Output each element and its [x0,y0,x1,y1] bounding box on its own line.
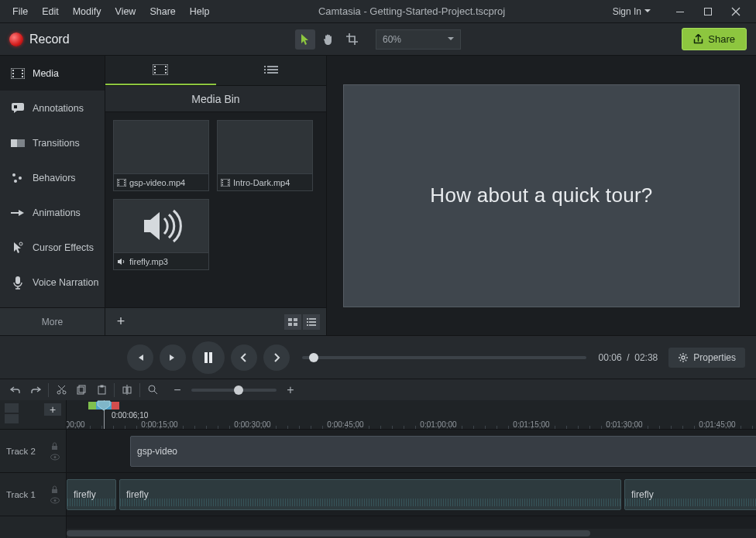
timeline-control[interactable] [5,403,19,413]
maximize-button[interactable] [694,1,722,22]
svg-rect-17 [15,276,20,284]
cut-button[interactable] [52,382,70,399]
timeline-clip[interactable]: gsp-video [130,436,756,467]
zoom-find-button[interactable] [143,382,162,399]
media-clip[interactable]: gsp-video.mp4 [113,120,209,191]
timeline-toolbar: − + [0,379,756,400]
grid-icon [288,318,297,326]
playhead[interactable]: 0:00:06;10 [104,400,105,430]
svg-rect-37 [124,184,125,186]
prev-frame-button[interactable] [127,344,153,371]
media-bin-tab-thumbs[interactable] [105,56,216,85]
svg-rect-30 [267,72,278,74]
menu-file[interactable]: File [6,3,34,20]
svg-rect-3 [12,70,14,71]
svg-rect-40 [222,182,224,183]
menu-edit[interactable]: Edit [36,3,65,20]
next-marker-button[interactable] [263,344,290,371]
svg-point-59 [63,391,66,394]
view-list-button[interactable] [303,314,320,330]
sidebar-item-transitions[interactable]: Transitions [0,125,105,160]
pan-tool[interactable] [318,29,338,50]
media-clip[interactable]: firefly.mp3 [113,199,209,270]
playhead-time: 0:00:06;10 [112,411,148,420]
zoom-dropdown[interactable]: 60% [376,29,461,50]
add-track-button[interactable]: + [44,403,61,416]
undo-button[interactable] [6,382,25,399]
zoom-in-button[interactable]: + [281,382,300,399]
media-bin-panel: Media Bin gsp-video.mp4Intro-Dark.mp4fir… [105,56,327,335]
svg-point-58 [57,391,60,394]
sidebar-item-cursor-effects[interactable]: Cursor Effects [0,230,105,265]
svg-rect-46 [294,318,297,321]
timeline-clip[interactable]: firefly [624,479,756,510]
paste-button[interactable] [92,382,111,399]
scrub-bar[interactable] [302,356,586,359]
ruler-tick: 0:01:30;00 [606,420,642,429]
zoom-slider[interactable] [191,389,277,392]
sidebar-item-behaviors[interactable]: Behaviors [0,160,105,195]
copy-button[interactable] [72,382,91,399]
properties-button[interactable]: Properties [668,348,745,368]
menu-view[interactable]: View [109,3,143,20]
svg-rect-24 [165,72,167,74]
next-frame-button[interactable] [160,344,186,371]
track-lane[interactable]: fireflyfireflyfirefly [67,473,756,516]
svg-rect-53 [307,324,308,326]
sign-in-button[interactable]: Sign In [608,5,655,19]
playhead-icon [97,400,111,411]
share-button[interactable]: Share [682,28,747,50]
menu-modify[interactable]: Modify [67,3,108,20]
track-header[interactable]: Track 2 [0,430,66,473]
timeline-control[interactable] [5,414,19,423]
media-icon [11,67,25,81]
ruler-tick: 0:00:15;00 [141,420,177,429]
timeline-clip[interactable]: firefly [67,479,116,510]
svg-rect-36 [124,182,125,183]
clip-icon [153,64,168,75]
track-lane[interactable]: gsp-video [67,430,756,473]
chevron-right-icon [273,353,280,362]
view-grid-button[interactable] [284,314,301,330]
chevron-down-icon [448,37,454,41]
track-header[interactable]: Track 1 [0,473,66,516]
svg-rect-20 [154,69,156,70]
sidebar-item-voice-narration[interactable]: Voice Narration [0,265,105,300]
pointer-tool[interactable] [295,29,315,50]
redo-button[interactable] [26,382,45,399]
clip-thumbnail [113,120,209,174]
zoom-out-button[interactable]: − [168,382,187,399]
svg-point-15 [14,180,17,183]
sidebar-item-media[interactable]: Media [0,56,105,91]
svg-rect-6 [22,70,23,71]
menu-share[interactable]: Share [143,3,181,20]
sidebar-item-annotations[interactable]: Annotations [0,91,105,125]
timeline-ruler[interactable]: 0:00:00;000:00:15;000:00:30;000:00:45;00… [67,400,756,430]
add-media-button[interactable]: + [112,313,130,331]
prev-marker-button[interactable] [231,344,257,371]
svg-rect-28 [267,69,278,70]
close-button[interactable] [722,1,750,22]
media-clip[interactable]: Intro-Dark.mp4 [217,120,313,191]
scrub-thumb[interactable] [309,353,318,362]
crop-tool[interactable] [342,29,362,50]
sidebar-more[interactable]: More [0,307,105,335]
track-name: Track 2 [6,447,36,456]
gear-icon [678,352,689,363]
preview-canvas[interactable]: How about a quick tour? [343,84,740,307]
redo-icon [30,386,41,395]
media-bin-tab-library[interactable] [216,56,327,85]
svg-rect-4 [12,73,14,74]
clip-label: firefly.mp3 [113,253,209,270]
timeline-scrollbar[interactable] [67,529,756,538]
split-button[interactable] [118,382,136,399]
play-pause-button[interactable] [192,341,225,374]
clip-thumbnail [113,199,209,253]
record-button[interactable]: Record [9,33,70,46]
timeline-clip[interactable]: firefly [119,479,621,510]
svg-rect-23 [165,69,167,70]
split-icon [122,385,132,395]
menu-help[interactable]: Help [184,3,216,20]
minimize-button[interactable] [666,1,694,22]
sidebar-item-animations[interactable]: Animations [0,195,105,230]
